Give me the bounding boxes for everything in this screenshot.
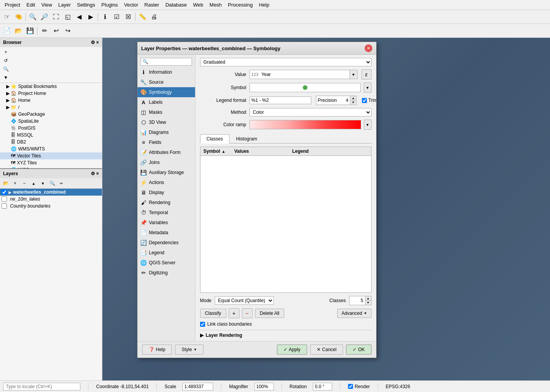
- zoom-in[interactable]: 🔍: [27, 12, 38, 22]
- layer-item-lakes[interactable]: ne_10m_lakes: [0, 196, 102, 203]
- sidebar-item-qgis-server[interactable]: 🌐 QGIS Server: [138, 258, 195, 268]
- touch-zoom[interactable]: 🤏: [13, 12, 24, 22]
- menu-mesh[interactable]: Mesh: [206, 1, 225, 8]
- symbol-dropdown-btn[interactable]: ▼: [364, 83, 372, 93]
- classes-up-button[interactable]: ▲: [365, 296, 371, 301]
- browser-item-xyz[interactable]: 🗺 XYZ Tiles: [0, 159, 102, 166]
- browser-filter[interactable]: 🔍: [2, 65, 10, 73]
- menu-edit[interactable]: Edit: [23, 1, 38, 8]
- sidebar-item-information[interactable]: ℹ Information: [138, 67, 195, 77]
- select-features[interactable]: ☑: [111, 12, 122, 22]
- magnifier-input[interactable]: [255, 383, 274, 390]
- browser-item-vector-tiles[interactable]: 🗺 Vector Tiles: [0, 152, 102, 159]
- advanced-dropdown-button[interactable]: Advanced ▼: [337, 309, 371, 318]
- sidebar-item-attributes[interactable]: 📝 Attributes Form: [138, 147, 195, 157]
- menu-web[interactable]: Web: [190, 1, 207, 8]
- layers-up[interactable]: ▲: [29, 179, 38, 188]
- sidebar-item-source[interactable]: 🔧 Source: [138, 77, 195, 87]
- layers-add[interactable]: +: [11, 179, 19, 188]
- value-dropdown-btn[interactable]: ▼: [350, 70, 357, 79]
- layers-edit[interactable]: ✏: [57, 179, 66, 188]
- browser-item-home[interactable]: ▶🏠 Home: [0, 97, 102, 104]
- epsilon-button[interactable]: ε: [362, 69, 372, 79]
- menu-help[interactable]: Help: [256, 1, 272, 8]
- sidebar-search-input[interactable]: [141, 58, 192, 66]
- browser-item-project-home[interactable]: ▶🏠 Project Home: [0, 90, 102, 97]
- sidebar-item-rendering[interactable]: 🖌 Rendering: [138, 198, 195, 208]
- remove-class-button[interactable]: −: [242, 308, 253, 318]
- layer-checkbox-waterbeetles[interactable]: [2, 189, 7, 195]
- menu-project[interactable]: Project: [2, 1, 23, 8]
- menu-plugins[interactable]: Plugins: [98, 1, 121, 8]
- layers-filter[interactable]: 🔍: [48, 179, 56, 188]
- sidebar-item-diagrams[interactable]: 📊 Diagrams: [138, 127, 195, 137]
- layers-down[interactable]: ▼: [39, 179, 47, 188]
- new-layer[interactable]: 📄: [2, 25, 12, 36]
- layer-checkbox-lakes[interactable]: [2, 196, 7, 202]
- sidebar-item-3dview[interactable]: ⬡ 3D View: [138, 117, 195, 127]
- mode-select[interactable]: Equal Count (Quantile) Equal Interval Na…: [215, 296, 274, 305]
- classes-input[interactable]: [350, 297, 365, 304]
- measure[interactable]: 📏: [137, 12, 148, 22]
- menu-raster[interactable]: Raster: [141, 1, 162, 8]
- zoom-out[interactable]: 🔎: [39, 12, 50, 22]
- sidebar-item-display[interactable]: 🖥 Display: [138, 188, 195, 198]
- undo[interactable]: ↩: [51, 25, 61, 36]
- browser-item-root[interactable]: ▶📁 /: [0, 104, 102, 111]
- render-checkbox[interactable]: [348, 384, 353, 389]
- trim-checkbox[interactable]: [362, 98, 367, 103]
- sidebar-item-variables[interactable]: 📌 Variables: [138, 218, 195, 228]
- browser-item-wms[interactable]: 🌐 WMS/WMTS: [0, 145, 102, 152]
- cancel-button[interactable]: ✕ Cancel: [310, 345, 343, 355]
- sidebar-item-fields[interactable]: ≡ Fields: [138, 137, 195, 147]
- sidebar-item-masks[interactable]: ◫ Masks: [138, 107, 195, 117]
- zoom-next[interactable]: ▶: [85, 12, 96, 22]
- sidebar-item-legend[interactable]: 📑 Legend: [138, 248, 195, 258]
- save-layer[interactable]: 💾: [25, 25, 36, 36]
- color-ramp-dropdown-btn[interactable]: ▼: [364, 120, 372, 130]
- sidebar-item-metadata[interactable]: 📄 Metadata: [138, 228, 195, 238]
- deselect[interactable]: ☒: [123, 12, 134, 22]
- sidebar-item-actions[interactable]: ⚡ Actions: [138, 177, 195, 188]
- menu-processing[interactable]: Processing: [225, 1, 256, 8]
- sidebar-item-auxiliary[interactable]: 💾 Auxiliary Storage: [138, 167, 195, 177]
- browser-item-geopackage[interactable]: 📦 GeoPackage: [0, 111, 102, 118]
- sidebar-item-labels[interactable]: A Labels: [138, 97, 195, 107]
- browser-item-spatialite[interactable]: 💠 SpatiaLite: [0, 118, 102, 125]
- style-button[interactable]: Style ▼: [175, 345, 204, 355]
- menu-settings[interactable]: Settings: [74, 1, 98, 8]
- open-layer[interactable]: 📂: [13, 25, 24, 36]
- browser-item-wcs[interactable]: 🌐 WCS: [0, 166, 102, 169]
- browser-collapse[interactable]: ▼: [2, 73, 10, 82]
- apply-button[interactable]: ✓ Apply: [277, 345, 307, 355]
- layer-rendering-header[interactable]: ▶ Layer Rendering: [200, 333, 372, 338]
- browser-item-postgis[interactable]: 🐘 PostGIS: [0, 125, 102, 132]
- browser-item-db2[interactable]: 🗄 DB2: [0, 139, 102, 145]
- identify[interactable]: ℹ: [100, 12, 110, 22]
- link-boundaries-checkbox[interactable]: [200, 322, 205, 327]
- zoom-layer[interactable]: ◱: [62, 12, 73, 22]
- col-values-header[interactable]: Values: [234, 149, 292, 154]
- dialog-close-button[interactable]: ✕: [365, 44, 372, 52]
- browser-refresh[interactable]: ↺: [2, 56, 10, 65]
- layers-remove[interactable]: −: [20, 179, 29, 188]
- col-symbol-header[interactable]: Symbol ▲: [204, 149, 234, 154]
- menu-layer[interactable]: Layer: [55, 1, 74, 8]
- browser-item-mssql[interactable]: 🗄 MSSQL: [0, 132, 102, 139]
- sidebar-item-digitizing[interactable]: ✏ Digitizing: [138, 268, 195, 278]
- layer-item-countries[interactable]: Country boundaries: [0, 203, 102, 210]
- zoom-prev[interactable]: ◀: [74, 12, 85, 22]
- sidebar-item-temporal[interactable]: ⏱ Temporal: [138, 208, 195, 218]
- edit-toggle[interactable]: ✏: [39, 25, 50, 36]
- method-select[interactable]: Color Size: [250, 108, 372, 117]
- rotation-input[interactable]: [313, 383, 332, 390]
- sidebar-item-joins[interactable]: 🔗 Joins: [138, 157, 195, 167]
- tab-classes[interactable]: Classes: [200, 134, 230, 144]
- scale-input[interactable]: [182, 383, 213, 390]
- menu-view[interactable]: View: [38, 1, 55, 8]
- col-legend-header[interactable]: Legend: [292, 149, 368, 154]
- value-input[interactable]: [260, 71, 350, 78]
- classes-down-button[interactable]: ▼: [365, 301, 371, 305]
- layer-item-waterbeetles[interactable]: ▶ waterbeetles_combined: [0, 189, 102, 196]
- delete-all-button[interactable]: Delete All: [255, 309, 285, 318]
